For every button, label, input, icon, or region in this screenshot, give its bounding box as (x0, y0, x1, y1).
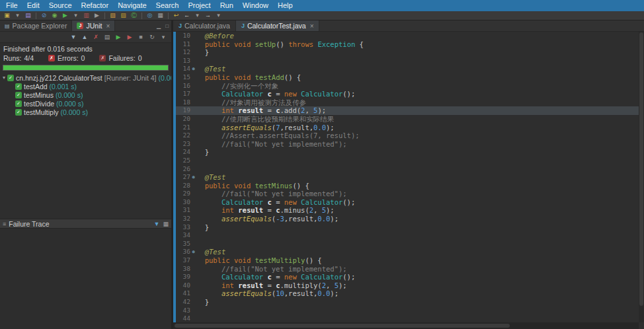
menu-run[interactable]: Run (216, 0, 238, 11)
code-line[interactable]: 12 } (176, 48, 639, 57)
code-line[interactable]: 30 Calculator c = new Calculator(); (176, 198, 639, 207)
vertical-scrollbar[interactable] (639, 32, 644, 322)
save-icon[interactable]: ▤ (23, 11, 33, 20)
toolbar-separator (36, 13, 36, 19)
tab-junit[interactable]: JJUnit× (72, 20, 115, 31)
code-line[interactable]: 39 Calculator c = new Calculator(); (176, 273, 639, 281)
suite-name: cn.hnzj.jy212.CalculatorTest (16, 74, 102, 82)
scroll-lock-icon[interactable]: ▤ (102, 33, 112, 42)
stop-junit-icon[interactable]: ■ (136, 33, 145, 42)
last-edit-location-icon[interactable]: ↩ (171, 11, 181, 20)
back-dropdown-icon[interactable]: ▾ (192, 11, 202, 20)
code-line[interactable]: 26 (176, 165, 639, 174)
code-line[interactable]: 42 } (176, 298, 639, 307)
code-line[interactable]: 29 //fail("Not yet implemented"); (176, 190, 639, 198)
vertical-scrollbar-thumb[interactable] (639, 32, 643, 306)
close-icon[interactable]: × (310, 22, 314, 30)
show-failures-only-icon[interactable]: ✗ (91, 33, 101, 42)
code-line[interactable]: 40 int result = c.multiply(2, 5); (176, 281, 639, 290)
tree-root-item[interactable]: ▾✓cn.hnzj.jy212.CalculatorTest[Runner: J… (0, 73, 171, 82)
tree-test-item[interactable]: ✓testMultiply(0.000 s) (0, 108, 171, 116)
forward-dropdown-icon[interactable]: ▾ (214, 11, 223, 20)
search-icon[interactable]: ◎ (145, 11, 155, 20)
code-line[interactable]: 21 assertEquals(7,result,0.0); (176, 124, 639, 132)
menu-edit[interactable]: Edit (22, 0, 44, 11)
code-line[interactable]: 44 (176, 314, 639, 322)
forward-icon[interactable]: → (203, 11, 213, 20)
code-line[interactable]: 11 public void setUp() throws Exception … (176, 40, 639, 49)
menu-file[interactable]: File (1, 0, 22, 11)
coverage-icon[interactable]: ▥ (81, 11, 91, 20)
code-line[interactable]: 20 //使用断言比较预期结果和实际结果 (176, 115, 639, 124)
code-line[interactable]: 14● @Test (176, 65, 639, 73)
tree-test-item[interactable]: ✓testMinus(0.000 s) (0, 91, 171, 99)
token: Calculator (301, 90, 342, 98)
menu-help[interactable]: Help (273, 0, 298, 11)
compare-result-icon[interactable]: ▦ (163, 221, 169, 227)
code-line[interactable]: 41 assertEquals(10,result,0.0); (176, 289, 639, 298)
expander-icon[interactable]: ▾ (3, 75, 5, 81)
next-failed-test-icon[interactable]: ▼ (69, 33, 78, 42)
tree-test-item[interactable]: ✓testDivide(0.000 s) (0, 99, 171, 108)
code-line[interactable]: 36● @Test (176, 248, 639, 256)
menu-project[interactable]: Project (183, 0, 215, 11)
menu-source[interactable]: Source (44, 0, 77, 11)
debug-icon[interactable]: ◉ (50, 11, 60, 20)
code-line[interactable]: 23 //fail("Not yet implemented"); (176, 140, 639, 149)
maximize-icon[interactable]: □ (165, 23, 169, 29)
code-line[interactable]: 37 public void testMultiply() { (176, 256, 639, 265)
open-task-icon[interactable]: ▦ (155, 11, 165, 20)
code-line[interactable]: 17 Calculator c = new Calculator(); (176, 90, 639, 98)
code-line[interactable]: 16 //实例化一个对象 (176, 82, 639, 91)
code-line[interactable]: 34 (176, 231, 639, 240)
horizontal-scrollbar-thumb[interactable] (175, 324, 510, 328)
code-line[interactable]: 15 public void testAdd() { (176, 73, 639, 82)
new-dropdown-icon[interactable]: ▾ (13, 11, 22, 20)
code-line[interactable]: 10 @Before (176, 32, 639, 40)
code-text: int result = c.multiply(2, 5); (196, 281, 639, 290)
code-line[interactable]: 32 assertEquals(-3,result,0.0); (176, 215, 639, 223)
tree-test-item[interactable]: ✓testAdd(0.001 s) (0, 82, 171, 91)
new-java-project-icon[interactable]: ▧ (108, 11, 118, 20)
code-lines[interactable]: 10 @Before11 public void setUp() throws … (176, 32, 639, 322)
code-line[interactable]: 43 (176, 307, 639, 315)
back-icon[interactable]: ← (182, 11, 192, 20)
rerun-test-icon[interactable]: ▶ (114, 33, 123, 42)
menu-refactor[interactable]: Refactor (77, 0, 114, 11)
code-line[interactable]: 18 //对象调用被测方法及传参 (176, 98, 639, 107)
tab-calculatortest-java[interactable]: JCalculatorTest.java× (236, 20, 320, 31)
code-line[interactable]: 31 int result = c.minus(2, 5); (176, 206, 639, 215)
run-external-icon[interactable]: ▶ (92, 11, 102, 20)
filter-stack-trace-icon[interactable]: ▼ (154, 221, 160, 227)
close-icon[interactable]: × (106, 22, 110, 30)
menu-navigate[interactable]: Navigate (113, 0, 151, 11)
code-line[interactable]: 28 public void testMinus() { (176, 182, 639, 190)
code-line[interactable]: 38 //fail("Not yet implemented"); (176, 265, 639, 274)
new-package-icon[interactable]: ▨ (118, 11, 128, 20)
tab-calculator-java[interactable]: JCalculator.java (173, 20, 236, 31)
code-line[interactable]: 27● @Test (176, 173, 639, 182)
minimize-icon[interactable]: ▁ (157, 23, 161, 29)
run-dropdown-icon[interactable]: ▾ (71, 11, 81, 20)
code-line[interactable]: 24 } (176, 148, 639, 157)
previous-failed-test-icon[interactable]: ▲ (80, 33, 89, 42)
code-line[interactable]: 13 (176, 57, 639, 65)
code-line[interactable]: 22 //Assert.assertEquals(7, result); (176, 131, 639, 140)
code-line[interactable]: 35 (176, 240, 639, 248)
menu-window[interactable]: Window (238, 0, 273, 11)
rerun-failed-first-icon[interactable]: ▶ (125, 33, 134, 42)
eclipse-window: FileEditSourceRefactorNavigateSearchProj… (0, 0, 644, 329)
menu-search[interactable]: Search (151, 0, 184, 11)
code-line[interactable]: 25 (176, 157, 639, 165)
horizontal-scrollbar[interactable] (173, 322, 639, 329)
view-menu-icon[interactable]: ▾ (159, 33, 168, 42)
tab-package-explorer[interactable]: ▤Package Explorer (0, 20, 72, 31)
code-line[interactable]: 19 int result = c.add(2, 5); (176, 106, 639, 115)
skip-breakpoints-icon[interactable]: ⊘ (39, 11, 49, 20)
new-wizard-icon[interactable]: ▣ (2, 11, 12, 20)
line-number: 28 (176, 182, 190, 190)
test-run-history-icon[interactable]: ↻ (147, 33, 157, 42)
new-class-icon[interactable]: Ⓒ (129, 11, 139, 20)
code-line[interactable]: 33 } (176, 223, 639, 232)
run-icon[interactable]: ▶ (60, 11, 70, 20)
